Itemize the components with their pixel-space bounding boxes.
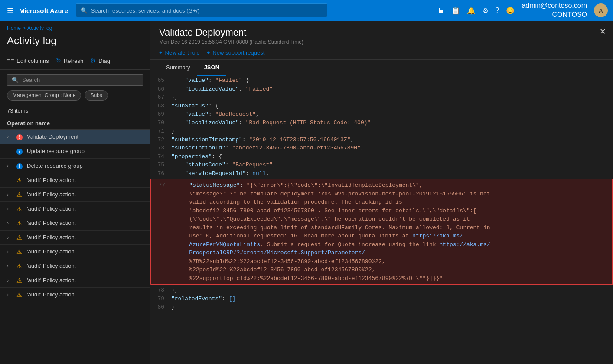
topbar-icons: 🖥 📋 🔔 ⚙ ? 😊 admin@contoso.com CONTOSO A xyxy=(437,1,608,20)
refresh-icon: ↻ xyxy=(56,57,61,64)
notifications-icon[interactable]: 🔔 xyxy=(467,6,476,15)
search-box[interactable]: 🔍 xyxy=(7,74,143,86)
item-label: 'audit' Policy action. xyxy=(27,191,76,198)
expand-icon[interactable]: › xyxy=(7,192,13,198)
status-icon: i xyxy=(16,148,23,155)
json-line: 66 "localizedValue": "Failed" xyxy=(150,85,613,94)
plus-icon: + xyxy=(159,49,163,56)
status-icon: ⚠ xyxy=(16,220,23,227)
list-item[interactable]: ›⚠'audit' Policy action. xyxy=(0,259,150,273)
new-support-request-button[interactable]: + New support request xyxy=(207,49,265,56)
status-icon: ⚠ xyxy=(16,263,23,270)
sidebar-toolbar: ≡≡ Edit columns ↻ Refresh ⚙ Diag xyxy=(0,52,150,70)
search-icon: 🔍 xyxy=(81,7,88,14)
status-icon: ⚠ xyxy=(16,205,23,212)
item-label: Update resource group xyxy=(27,148,85,154)
activity-list: ›!Validate DeploymentiUpdate resource gr… xyxy=(0,130,150,364)
list-item[interactable]: ›⚠'audit' Policy action. xyxy=(0,231,150,245)
json-line: 75 "statusCode": "BadRequest", xyxy=(150,161,613,169)
json-line: 79"relatedEvents": [] xyxy=(150,295,613,303)
edit-columns-label: Edit columns xyxy=(16,58,49,64)
list-item[interactable]: ›⚠'audit' Policy action. xyxy=(0,288,150,302)
refresh-button[interactable]: ↻ Refresh xyxy=(56,55,84,66)
list-item[interactable]: ›⚠'audit' Policy action. xyxy=(0,202,150,216)
close-button[interactable]: ✕ xyxy=(600,27,606,36)
expand-icon[interactable]: › xyxy=(7,249,13,255)
list-item[interactable]: ›⚠'audit' Policy action. xyxy=(0,216,150,231)
panel-header: Validate Deployment Mon Dec 16 2019 15:5… xyxy=(150,21,613,60)
item-label: 'audit' Policy action. xyxy=(27,277,76,283)
help-icon[interactable]: ? xyxy=(496,6,499,14)
list-item[interactable]: ›!Validate Deployment xyxy=(0,130,150,144)
right-panel: ✕ Validate Deployment Mon Dec 16 2019 15… xyxy=(150,21,613,364)
diag-label: Diag xyxy=(98,58,110,64)
json-line: 78}, xyxy=(150,286,613,295)
columns-icon: ≡≡ xyxy=(7,57,14,64)
edit-columns-button[interactable]: ≡≡ Edit columns xyxy=(7,55,49,66)
feedback-icon[interactable]: 📋 xyxy=(451,6,460,15)
expand-icon[interactable]: › xyxy=(7,234,13,240)
item-label: 'audit' Policy action. xyxy=(27,220,76,226)
json-line: 68"subStatus": { xyxy=(150,102,613,110)
json-line: 73"subscriptionId": "abcdef12-3456-7890-… xyxy=(150,144,613,153)
breadcrumb-sep: > xyxy=(23,25,26,31)
item-label: 'audit' Policy action. xyxy=(27,177,76,183)
panel-actions: + New alert rule + New support request xyxy=(159,49,604,56)
status-icon: i xyxy=(16,162,23,169)
expand-icon[interactable]: › xyxy=(7,277,13,283)
cloud-shell-icon[interactable]: 🖥 xyxy=(437,6,444,14)
main-layout: Home > Activity log Activity log ≡≡ Edit… xyxy=(0,21,613,364)
management-group-filter[interactable]: Management Group : None xyxy=(7,90,81,101)
user-info: admin@contoso.com CONTOSO xyxy=(522,1,587,20)
list-item[interactable]: iUpdate resource group xyxy=(0,144,150,159)
panel-title: Validate Deployment xyxy=(159,27,604,38)
tab-summary[interactable]: Summary xyxy=(159,60,197,76)
item-label: 'audit' Policy action. xyxy=(27,205,76,212)
tab-json[interactable]: JSON xyxy=(197,60,226,76)
json-line: 69 "value": "BadRequest", xyxy=(150,110,613,119)
global-search-input[interactable] xyxy=(91,7,323,14)
sidebar-search: 🔍 xyxy=(0,70,150,90)
expand-icon[interactable]: › xyxy=(7,292,13,298)
global-search-box[interactable]: 🔍 xyxy=(76,3,327,17)
avatar[interactable]: A xyxy=(594,3,608,17)
app-logo: Microsoft Azure xyxy=(19,7,68,14)
expand-icon[interactable]: › xyxy=(7,133,13,140)
new-alert-rule-label: New alert rule xyxy=(165,49,200,56)
list-item[interactable]: ›iDelete resource group xyxy=(0,159,150,173)
diag-button[interactable]: ⚙ Diag xyxy=(90,55,110,66)
list-item[interactable]: ⚠'audit' Policy action. xyxy=(0,173,150,188)
status-icon: ⚠ xyxy=(16,234,23,241)
status-icon: ! xyxy=(16,133,23,140)
expand-icon[interactable]: › xyxy=(7,206,13,212)
breadcrumb-home[interactable]: Home xyxy=(7,25,21,31)
json-line: 76 "serviceRequestId": null, xyxy=(150,169,613,178)
item-label: Validate Deployment xyxy=(27,133,78,140)
list-item[interactable]: ›⚠'audit' Policy action. xyxy=(0,188,150,202)
menu-icon[interactable]: ☰ xyxy=(5,5,15,16)
search-input[interactable] xyxy=(22,77,138,83)
item-label: 'audit' Policy action. xyxy=(27,291,76,298)
list-item[interactable]: ›⚠'audit' Policy action. xyxy=(0,245,150,259)
new-alert-rule-button[interactable]: + New alert rule xyxy=(159,49,200,56)
list-item[interactable]: ›⚠'audit' Policy action. xyxy=(0,273,150,288)
json-line: 77 "statusMessage": "{\"error\":{\"code\… xyxy=(150,179,613,285)
json-line: 74"properties": { xyxy=(150,153,613,161)
json-line: 70 "localizedValue": "Bad Request (HTTP … xyxy=(150,119,613,127)
status-icon: ⚠ xyxy=(16,277,23,284)
settings-icon[interactable]: ⚙ xyxy=(483,6,489,15)
item-label: 'audit' Policy action. xyxy=(27,248,76,255)
diag-icon: ⚙ xyxy=(90,57,96,64)
json-line: 67}, xyxy=(150,93,613,102)
smiley-icon[interactable]: 😊 xyxy=(506,6,515,15)
expand-icon[interactable]: › xyxy=(7,162,13,169)
expand-icon[interactable]: › xyxy=(7,220,13,226)
subscription-filter[interactable]: Subs xyxy=(85,90,108,101)
json-viewer[interactable]: 65 "value": "Failed" }66 "localizedValue… xyxy=(150,76,613,364)
expand-icon[interactable]: › xyxy=(7,263,13,269)
status-icon: ⚠ xyxy=(16,291,23,298)
json-line: 65 "value": "Failed" } xyxy=(150,76,613,85)
column-header: Operation name xyxy=(0,117,150,130)
item-label: 'audit' Policy action. xyxy=(27,234,76,240)
topbar: ☰ Microsoft Azure 🔍 🖥 📋 🔔 ⚙ ? 😊 admin@co… xyxy=(0,0,613,21)
